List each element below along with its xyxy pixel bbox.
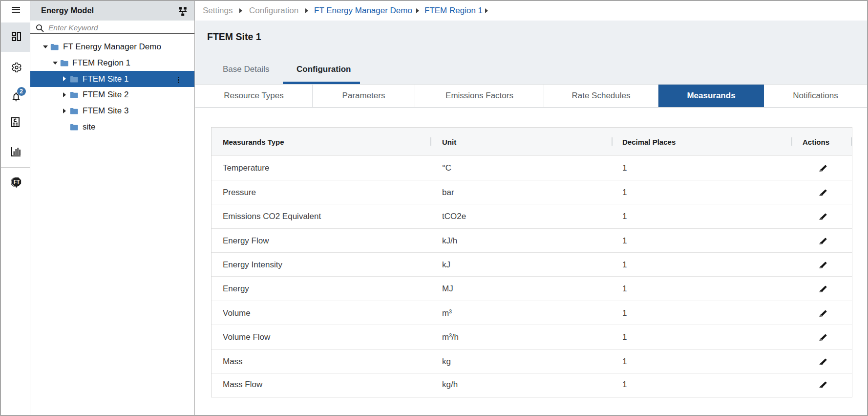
svg-text:FT: FT: [13, 179, 20, 185]
